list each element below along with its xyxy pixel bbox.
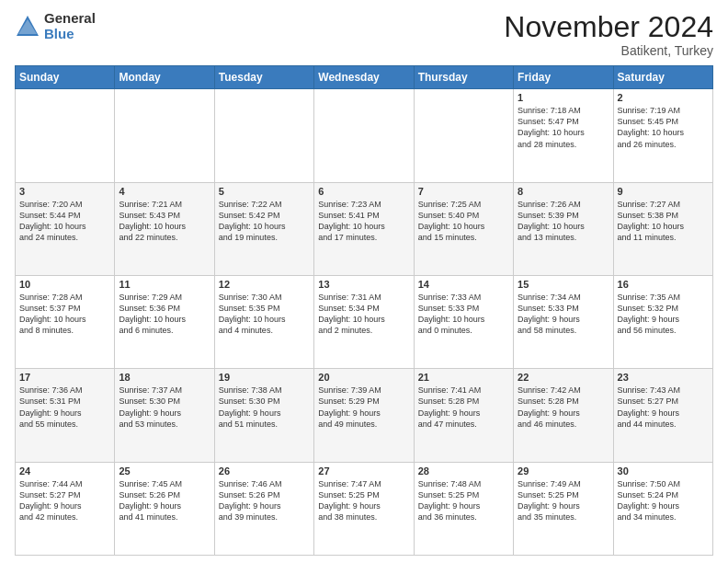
day-info: Sunrise: 7:45 AM Sunset: 5:26 PM Dayligh… <box>119 478 210 523</box>
day-number: 14 <box>418 279 509 290</box>
logo-blue-text: Blue <box>44 27 96 42</box>
day-info: Sunrise: 7:43 AM Sunset: 5:27 PM Dayligh… <box>618 385 709 430</box>
col-monday: Monday <box>115 66 214 89</box>
day-info: Sunrise: 7:22 AM Sunset: 5:42 PM Dayligh… <box>219 199 310 244</box>
day-number: 2 <box>618 92 709 103</box>
day-number: 10 <box>19 279 110 290</box>
day-info: Sunrise: 7:38 AM Sunset: 5:30 PM Dayligh… <box>219 385 310 430</box>
day-info: Sunrise: 7:20 AM Sunset: 5:44 PM Dayligh… <box>19 199 110 244</box>
week-row-2: 3Sunrise: 7:20 AM Sunset: 5:44 PM Daylig… <box>16 182 713 275</box>
day-info: Sunrise: 7:41 AM Sunset: 5:28 PM Dayligh… <box>418 385 509 430</box>
day-number: 9 <box>618 186 709 197</box>
col-thursday: Thursday <box>414 66 513 89</box>
calendar: Sunday Monday Tuesday Wednesday Thursday… <box>15 65 713 556</box>
day-number: 7 <box>418 186 509 197</box>
calendar-cell: 21Sunrise: 7:41 AM Sunset: 5:28 PM Dayli… <box>414 369 513 462</box>
day-number: 19 <box>219 372 310 383</box>
calendar-cell: 18Sunrise: 7:37 AM Sunset: 5:30 PM Dayli… <box>115 369 214 462</box>
day-info: Sunrise: 7:33 AM Sunset: 5:33 PM Dayligh… <box>418 292 509 337</box>
calendar-cell: 15Sunrise: 7:34 AM Sunset: 5:33 PM Dayli… <box>514 275 613 368</box>
day-info: Sunrise: 7:26 AM Sunset: 5:39 PM Dayligh… <box>518 199 609 244</box>
day-info: Sunrise: 7:23 AM Sunset: 5:41 PM Dayligh… <box>318 199 409 244</box>
calendar-cell: 5Sunrise: 7:22 AM Sunset: 5:42 PM Daylig… <box>214 182 313 275</box>
calendar-cell: 4Sunrise: 7:21 AM Sunset: 5:43 PM Daylig… <box>115 182 214 275</box>
calendar-cell: 22Sunrise: 7:42 AM Sunset: 5:28 PM Dayli… <box>514 369 613 462</box>
calendar-cell: 2Sunrise: 7:19 AM Sunset: 5:45 PM Daylig… <box>613 89 712 182</box>
day-number: 22 <box>518 372 609 383</box>
calendar-cell <box>16 89 115 182</box>
title-block: November 2024 Batikent, Turkey <box>504 11 713 58</box>
week-row-5: 24Sunrise: 7:44 AM Sunset: 5:27 PM Dayli… <box>16 462 713 555</box>
day-info: Sunrise: 7:18 AM Sunset: 5:47 PM Dayligh… <box>518 105 609 150</box>
calendar-cell: 27Sunrise: 7:47 AM Sunset: 5:25 PM Dayli… <box>314 462 414 555</box>
calendar-cell: 6Sunrise: 7:23 AM Sunset: 5:41 PM Daylig… <box>314 182 414 275</box>
day-info: Sunrise: 7:48 AM Sunset: 5:25 PM Dayligh… <box>418 478 509 523</box>
day-info: Sunrise: 7:37 AM Sunset: 5:30 PM Dayligh… <box>119 385 210 430</box>
calendar-cell: 25Sunrise: 7:45 AM Sunset: 5:26 PM Dayli… <box>115 462 214 555</box>
page: General Blue November 2024 Batikent, Tur… <box>0 0 728 563</box>
day-info: Sunrise: 7:44 AM Sunset: 5:27 PM Dayligh… <box>19 478 110 523</box>
day-number: 6 <box>318 186 409 197</box>
calendar-cell: 14Sunrise: 7:33 AM Sunset: 5:33 PM Dayli… <box>414 275 513 368</box>
calendar-cell: 12Sunrise: 7:30 AM Sunset: 5:35 PM Dayli… <box>214 275 313 368</box>
calendar-cell <box>214 89 313 182</box>
day-info: Sunrise: 7:39 AM Sunset: 5:29 PM Dayligh… <box>318 385 409 430</box>
calendar-cell: 26Sunrise: 7:46 AM Sunset: 5:26 PM Dayli… <box>214 462 313 555</box>
logo-general-text: General <box>44 11 96 27</box>
calendar-cell <box>115 89 214 182</box>
day-number: 3 <box>19 186 110 197</box>
calendar-cell: 19Sunrise: 7:38 AM Sunset: 5:30 PM Dayli… <box>214 369 313 462</box>
day-info: Sunrise: 7:21 AM Sunset: 5:43 PM Dayligh… <box>119 199 210 244</box>
calendar-header-row: Sunday Monday Tuesday Wednesday Thursday… <box>16 66 713 89</box>
day-number: 16 <box>618 279 709 290</box>
day-number: 27 <box>318 465 409 477</box>
day-info: Sunrise: 7:46 AM Sunset: 5:26 PM Dayligh… <box>219 478 310 523</box>
day-number: 5 <box>219 186 310 197</box>
day-number: 23 <box>618 372 709 383</box>
calendar-cell: 16Sunrise: 7:35 AM Sunset: 5:32 PM Dayli… <box>613 275 712 368</box>
calendar-cell: 29Sunrise: 7:49 AM Sunset: 5:25 PM Dayli… <box>514 462 613 555</box>
day-number: 21 <box>418 372 509 383</box>
calendar-cell: 10Sunrise: 7:28 AM Sunset: 5:37 PM Dayli… <box>16 275 115 368</box>
day-number: 11 <box>119 279 210 290</box>
day-info: Sunrise: 7:36 AM Sunset: 5:31 PM Dayligh… <box>19 385 110 430</box>
calendar-cell: 28Sunrise: 7:48 AM Sunset: 5:25 PM Dayli… <box>414 462 513 555</box>
col-wednesday: Wednesday <box>314 66 414 89</box>
week-row-3: 10Sunrise: 7:28 AM Sunset: 5:37 PM Dayli… <box>16 275 713 368</box>
day-number: 26 <box>219 465 310 477</box>
col-tuesday: Tuesday <box>214 66 313 89</box>
day-info: Sunrise: 7:19 AM Sunset: 5:45 PM Dayligh… <box>618 105 709 150</box>
col-friday: Friday <box>514 66 613 89</box>
col-sunday: Sunday <box>16 66 115 89</box>
day-info: Sunrise: 7:49 AM Sunset: 5:25 PM Dayligh… <box>518 478 609 523</box>
calendar-cell: 8Sunrise: 7:26 AM Sunset: 5:39 PM Daylig… <box>514 182 613 275</box>
calendar-cell: 7Sunrise: 7:25 AM Sunset: 5:40 PM Daylig… <box>414 182 513 275</box>
calendar-cell <box>314 89 414 182</box>
month-title: November 2024 <box>504 11 713 43</box>
col-saturday: Saturday <box>613 66 712 89</box>
calendar-cell: 24Sunrise: 7:44 AM Sunset: 5:27 PM Dayli… <box>16 462 115 555</box>
day-number: 30 <box>618 465 709 477</box>
day-info: Sunrise: 7:42 AM Sunset: 5:28 PM Dayligh… <box>518 385 609 430</box>
day-info: Sunrise: 7:30 AM Sunset: 5:35 PM Dayligh… <box>219 292 310 337</box>
week-row-1: 1Sunrise: 7:18 AM Sunset: 5:47 PM Daylig… <box>16 89 713 182</box>
day-info: Sunrise: 7:47 AM Sunset: 5:25 PM Dayligh… <box>318 478 409 523</box>
calendar-cell: 3Sunrise: 7:20 AM Sunset: 5:44 PM Daylig… <box>16 182 115 275</box>
calendar-cell: 1Sunrise: 7:18 AM Sunset: 5:47 PM Daylig… <box>514 89 613 182</box>
location: Batikent, Turkey <box>504 43 713 58</box>
day-number: 8 <box>518 186 609 197</box>
day-info: Sunrise: 7:35 AM Sunset: 5:32 PM Dayligh… <box>618 292 709 337</box>
day-number: 18 <box>119 372 210 383</box>
day-number: 20 <box>318 372 409 383</box>
calendar-cell: 23Sunrise: 7:43 AM Sunset: 5:27 PM Dayli… <box>613 369 712 462</box>
calendar-cell: 20Sunrise: 7:39 AM Sunset: 5:29 PM Dayli… <box>314 369 414 462</box>
day-info: Sunrise: 7:28 AM Sunset: 5:37 PM Dayligh… <box>19 292 110 337</box>
day-number: 1 <box>518 92 609 103</box>
day-info: Sunrise: 7:29 AM Sunset: 5:36 PM Dayligh… <box>119 292 210 337</box>
logo-text: General Blue <box>44 11 96 41</box>
calendar-cell: 11Sunrise: 7:29 AM Sunset: 5:36 PM Dayli… <box>115 275 214 368</box>
calendar-cell: 9Sunrise: 7:27 AM Sunset: 5:38 PM Daylig… <box>613 182 712 275</box>
day-number: 29 <box>518 465 609 477</box>
day-info: Sunrise: 7:34 AM Sunset: 5:33 PM Dayligh… <box>518 292 609 337</box>
day-number: 13 <box>318 279 409 290</box>
